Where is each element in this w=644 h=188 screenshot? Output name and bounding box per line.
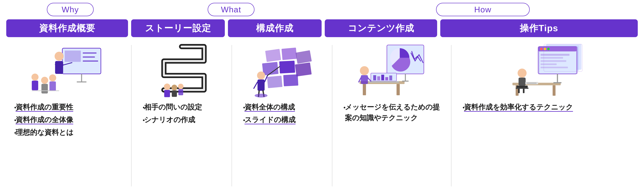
svg-rect-66 xyxy=(540,54,569,56)
illustration-2 xyxy=(135,43,228,98)
svg-line-35 xyxy=(254,82,258,88)
svg-line-56 xyxy=(368,78,371,81)
column-4: メッセージを伝えるための提案の知識やテクニック xyxy=(336,43,448,188)
svg-point-53 xyxy=(360,66,369,75)
svg-line-36 xyxy=(265,75,268,82)
svg-point-7 xyxy=(55,52,64,61)
bullet-1-3: 理想的な資料とは xyxy=(11,127,123,138)
svg-rect-75 xyxy=(553,85,556,96)
tab-kousei-sakusei[interactable]: 構成作成 xyxy=(228,19,322,37)
bullet-3-1: 資料全体の構成 xyxy=(240,102,324,113)
svg-rect-44 xyxy=(363,84,366,95)
svg-point-14 xyxy=(41,77,48,84)
bullet-5-1: 資料作成を効率化するテクニック xyxy=(459,102,633,113)
svg-rect-79 xyxy=(518,78,526,85)
bullet-2-2: シナリオの作成 xyxy=(140,114,224,125)
svg-point-19 xyxy=(164,83,170,90)
bullet-1-1: 資料作成の重要性 xyxy=(11,102,123,113)
bullet-list-1: 資料作成の重要性 資料作成の全体像 理想的な資料とは xyxy=(6,98,128,140)
svg-rect-50 xyxy=(385,77,388,80)
svg-rect-25 xyxy=(265,49,281,62)
illustration-4 xyxy=(336,43,448,98)
category-what: What xyxy=(208,3,254,16)
svg-rect-45 xyxy=(396,84,400,95)
illustration-1 xyxy=(6,43,128,98)
category-why: Why xyxy=(47,3,94,16)
svg-rect-67 xyxy=(540,57,563,59)
divider-4 xyxy=(451,45,452,187)
bullet-list-4: メッセージを伝えるための提案の知識やテクニック xyxy=(336,98,448,125)
bullet-4-1: メッセージを伝えるための提案の知識やテクニック xyxy=(340,102,443,123)
column-1: 資料作成の重要性 資料作成の全体像 理想的な資料とは xyxy=(6,43,128,188)
svg-rect-34 xyxy=(258,80,265,91)
svg-rect-70 xyxy=(540,67,568,68)
svg-rect-48 xyxy=(377,76,380,80)
svg-rect-49 xyxy=(381,75,384,80)
column-2: 相手の問いの設定 シナリオの作成 xyxy=(135,43,228,188)
svg-point-23 xyxy=(178,84,184,89)
svg-point-16 xyxy=(49,74,56,81)
svg-rect-24 xyxy=(178,89,183,95)
svg-rect-29 xyxy=(279,61,295,73)
illustration-3 xyxy=(235,43,329,98)
svg-rect-20 xyxy=(164,90,170,97)
svg-rect-27 xyxy=(296,50,312,64)
svg-rect-69 xyxy=(540,63,556,65)
svg-rect-17 xyxy=(50,81,56,91)
svg-rect-54 xyxy=(361,75,368,84)
content-row: 資料作成の重要性 資料作成の全体像 理想的な資料とは xyxy=(0,37,644,188)
svg-rect-26 xyxy=(282,48,297,60)
bullet-3-2: スライドの構成 xyxy=(240,114,324,125)
svg-rect-80 xyxy=(516,86,528,88)
svg-rect-30 xyxy=(295,62,312,76)
svg-rect-15 xyxy=(41,84,48,93)
tab-story-settei[interactable]: ストーリー設定 xyxy=(131,19,225,37)
svg-rect-47 xyxy=(373,75,376,80)
svg-rect-83 xyxy=(516,88,528,89)
divider-1 xyxy=(131,45,132,187)
svg-point-63 xyxy=(540,48,542,50)
svg-rect-13 xyxy=(32,81,38,90)
svg-rect-52 xyxy=(368,81,399,83)
bullet-list-2: 相手の問いの設定 シナリオの作成 xyxy=(135,98,228,127)
svg-point-64 xyxy=(544,48,546,50)
divider-3 xyxy=(332,45,332,187)
svg-point-39 xyxy=(255,94,268,98)
svg-rect-51 xyxy=(389,75,392,80)
svg-rect-22 xyxy=(172,90,177,97)
tabs-row: 資料作成概要 ストーリー設定 構成作成 コンテンツ作成 操作Tips xyxy=(0,16,644,37)
svg-point-21 xyxy=(172,85,177,90)
illustration-5 xyxy=(454,43,638,98)
tab-content-sakusei[interactable]: コンテンツ作成 xyxy=(325,19,437,37)
bullet-list-3: 資料全体の構成 スライドの構成 xyxy=(235,98,329,127)
bullet-1-2: 資料作成の全体像 xyxy=(11,114,123,125)
tab-sosa-tips[interactable]: 操作Tips xyxy=(440,19,638,37)
svg-point-12 xyxy=(32,74,38,81)
bullet-list-5: 資料作成を効率化するテクニック xyxy=(454,98,638,114)
svg-rect-68 xyxy=(540,60,566,62)
svg-rect-31 xyxy=(267,76,282,88)
category-labels-row: Why What How xyxy=(0,0,644,16)
bullet-2-1: 相手の問いの設定 xyxy=(140,102,224,113)
svg-point-65 xyxy=(547,48,550,50)
svg-point-33 xyxy=(257,71,265,79)
svg-point-78 xyxy=(518,69,526,78)
svg-rect-85 xyxy=(527,83,536,83)
svg-rect-1 xyxy=(65,50,81,62)
divider-2 xyxy=(232,45,232,187)
column-3: 資料全体の構成 スライドの構成 xyxy=(235,43,329,188)
tab-shiryo-sakusei-gaiyou[interactable]: 資料作成概要 xyxy=(6,19,128,37)
column-5: 資料作成を効率化するテクニック xyxy=(454,43,638,188)
svg-rect-32 xyxy=(283,74,298,86)
category-how: How xyxy=(436,3,530,16)
